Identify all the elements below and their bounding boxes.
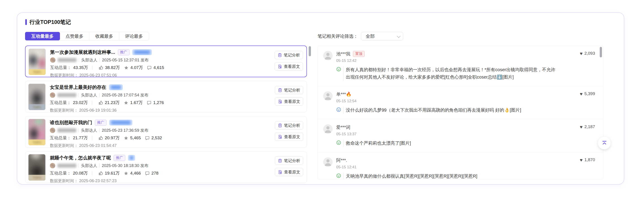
author-avatar-blurred [50, 93, 55, 98]
star-icon [124, 136, 128, 140]
comment-text: 天呐池早真的做什么都很认真[哭惹R][哭惹R][哭惹R][哭惹R][哭惹R] [346, 173, 477, 179]
comment-icon [145, 171, 150, 176]
comment-item: 爱***词 05-15 13:37 救命这个严莉莉也太漂亮了[图片] ♥ 2,1… [318, 119, 603, 152]
commenter-avatar [323, 124, 333, 134]
thumbup-icon [98, 136, 103, 140]
note-card-top4[interactable]: TOP4 就睡个午觉，怎么就半夜了呢 推广 头部达人 2025-05-3 [25, 151, 307, 183]
note-thumbnail: TOP4 [28, 154, 46, 181]
total-label: 互动总量： [50, 135, 71, 141]
note-analyze-button[interactable]: 笔记分析 [275, 86, 303, 94]
collects-value: 4.07万 [130, 65, 143, 71]
commenter-name[interactable]: 阿***. [336, 157, 347, 163]
comments-panel: 池***我 置顶 05-15 12:42 所有人真的都特别好！非常幸福的一次经历… [318, 46, 603, 179]
thumbup-icon [98, 100, 103, 105]
update-label: 数据更新时间： [50, 179, 78, 183]
comment-like-count[interactable]: ♥ 1,870 [580, 157, 595, 162]
person-icon [323, 51, 333, 60]
comment-time: 05-15 12:42 [336, 59, 558, 63]
note-thumbnail: TOP1 [29, 49, 46, 75]
view-original-button[interactable]: 查看原文 [275, 133, 303, 141]
update-time: 2025-06-23 07:51:06 [80, 73, 117, 78]
promo-badge: 推广 [95, 120, 106, 126]
note-card-top3[interactable]: TOP3 谁也别想敲开我的门 推广 头部达人 2025-05-23 17 [25, 116, 307, 148]
commenter-name[interactable]: 爱***词 [336, 124, 350, 130]
total-value: 20.08万 [73, 170, 88, 176]
comments-value: 278 [152, 171, 158, 176]
chevron-down-icon [397, 34, 401, 38]
note-analyze-button[interactable]: 笔记分析 [275, 157, 303, 165]
tab-most-collects[interactable]: 收藏最多 [90, 32, 119, 40]
comments-scrollbar[interactable] [600, 47, 602, 57]
author-avatar-blurred [50, 128, 55, 133]
note-title[interactable]: 第一次参加漫展就遇到这种事... [50, 49, 115, 55]
comment-icon [147, 65, 152, 70]
view-original-button[interactable]: 查看原文 [275, 62, 303, 71]
total-value: 21.77万 [73, 135, 88, 141]
collects-value: 4,466 [130, 171, 141, 176]
brand-badge-blurred [128, 155, 135, 161]
comment-like-count[interactable]: ♥ 5,399 [580, 91, 595, 96]
document-icon [278, 135, 282, 139]
comment-like-count[interactable]: ♥ 2,093 [580, 51, 595, 56]
comment-item: 单***🔥 05-15 12:54 没什么好说的几梦99（老大下次我出不用踩高跷… [318, 86, 603, 119]
comments-value: 4,615 [154, 65, 164, 70]
comment-icon [145, 136, 150, 140]
pinned-badge: 置顶 [353, 51, 364, 57]
note-analyze-button[interactable]: 笔记分析 [275, 121, 303, 129]
commenter-avatar [323, 91, 333, 101]
document-icon [278, 170, 282, 174]
publish-time: 2025-05-28 17:07:54 发布 [102, 93, 148, 98]
person-icon [323, 157, 333, 167]
note-analyze-button[interactable]: 笔记分析 [275, 51, 303, 59]
comments-value: 2,532 [152, 135, 162, 140]
comment-like-count[interactable]: ♥ 2,187 [580, 124, 595, 129]
comments-value: 1,276 [153, 100, 164, 105]
note-title[interactable]: 就睡个午觉，怎么就半夜了呢 [50, 155, 111, 161]
heart-icon: ♥ [580, 124, 582, 129]
note-card-top1[interactable]: TOP1 第一次参加漫展就遇到这种事... 推广 头部达人 2025-0 [25, 46, 307, 77]
note-list-scrollbar[interactable] [309, 46, 311, 56]
author-avatar-blurred [50, 57, 56, 63]
brand-badge-blurred [132, 49, 152, 55]
likes-value: 21.23万 [105, 100, 120, 105]
rank-label: TOP3 [33, 141, 41, 144]
tab-most-comments[interactable]: 评论最多 [119, 32, 149, 40]
note-title[interactable]: 谁也别想敲开我的门 [50, 119, 92, 126]
tab-most-interactions[interactable]: 互动量最多 [25, 32, 60, 40]
comment-item: 池***我 置顶 05-15 12:42 所有人真的都特别好！非常幸福的一次经历… [318, 46, 603, 86]
thumbup-icon [98, 171, 103, 176]
comment-icon [147, 100, 152, 105]
likes-value: 19.61万 [105, 170, 120, 176]
rank-label: TOP1 [33, 70, 41, 74]
commenter-avatar [323, 157, 333, 167]
view-original-button[interactable]: 查看原文 [275, 97, 303, 105]
back-to-top-icon [602, 140, 607, 146]
star-icon [124, 171, 128, 176]
comment-time: 05-15 12:41 [336, 165, 558, 169]
section-title: 行业TOP100笔记 [30, 18, 71, 26]
comment-filter-select[interactable]: 全部 [361, 32, 403, 40]
note-card-top2[interactable]: TOP2 女宝是世界上最美好的存在 头部达人 2025-05-28 17:07:… [25, 81, 307, 112]
heart-icon: ♥ [580, 92, 582, 96]
note-list: TOP1 第一次参加漫展就遇到这种事... 推广 头部达人 2025-0 [25, 46, 310, 185]
tab-most-likes[interactable]: 点赞最多 [60, 32, 90, 40]
author-name-blurred [58, 164, 76, 168]
clipboard-icon [278, 53, 282, 57]
note-title[interactable]: 女宝是世界上最美好的存在 [50, 84, 106, 91]
back-to-top-button[interactable] [598, 137, 611, 149]
person-icon [323, 91, 333, 101]
author-name-blurred [58, 58, 76, 62]
comment-time: 05-15 12:54 [336, 99, 558, 103]
view-original-button[interactable]: 查看原文 [275, 168, 303, 176]
total-label: 互动总量： [50, 100, 71, 105]
clipboard-icon [278, 123, 282, 128]
note-thumbnail: TOP2 [28, 84, 46, 110]
comment-text: 所有人真的都特别好！非常幸福的一次经历，以后也会想再去漫展玩！*所有coser出… [346, 66, 558, 81]
sentiment-positive-icon [336, 67, 341, 72]
commenter-name[interactable]: 池***我 [336, 51, 350, 57]
rank-label: TOP4 [33, 176, 41, 180]
industry-top100-panel: 行业TOP100笔记 互动量最多 点赞最多 收藏最多 评论最多 TOP1 第一次… [17, 12, 624, 185]
commenter-name[interactable]: 单***🔥 [336, 91, 352, 97]
promo-badge: 推广 [118, 49, 130, 55]
update-time: 2025-06-19 19:01:36 [79, 108, 116, 112]
